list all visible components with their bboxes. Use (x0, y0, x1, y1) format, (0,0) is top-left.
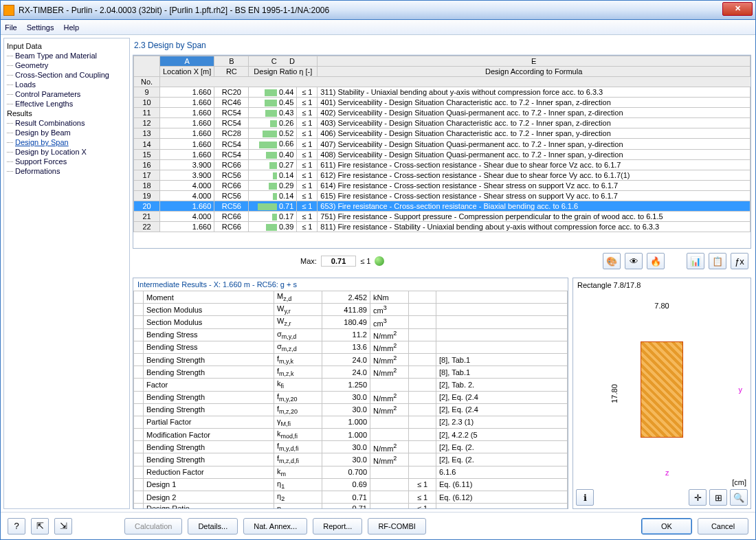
inter-row[interactable]: Partial FactorγM,fi1.000[2], 2.3 (1) (134, 416, 568, 428)
inter-row[interactable]: MomentMz,d2.452kNm (134, 291, 568, 304)
table-row[interactable]: 91.660RC20 0.44≤ 1311) Stability - Uniax… (134, 87, 751, 98)
menu-settings[interactable]: Settings (27, 23, 54, 32)
help-button[interactable]: ? (8, 518, 25, 535)
tree-item[interactable]: Geometry (5, 60, 128, 70)
col-b[interactable]: B (214, 56, 249, 67)
inter-row[interactable]: Design 1η10.69≤ 1Eq. (6.11) (134, 478, 568, 491)
table-row[interactable]: 184.000RC66 0.29≤ 1614) Fire resistance … (134, 180, 751, 190)
col-a[interactable]: A (160, 56, 214, 67)
inter-row[interactable]: Bending Strengthfm,y,2030.0N/mm2[2], Eq.… (134, 391, 568, 403)
table-row[interactable]: 221.660RC66 0.39≤ 1811) Fire resistance … (134, 222, 751, 232)
export-button-1[interactable]: ⇱ (31, 518, 49, 535)
ok-button[interactable]: OK (641, 518, 692, 535)
details-button[interactable]: Details... (188, 518, 238, 535)
inter-row[interactable]: Bending Strengthfm,z,d,fi30.0N/mm2[2], E… (134, 453, 568, 466)
tree-item[interactable]: Result Combinations (5, 118, 128, 128)
inter-row[interactable]: Bending Stressσm,z,d13.6N/mm2 (134, 341, 568, 353)
inter-row[interactable]: Bending Strengthfm,z,2030.0N/mm2[2], Eq.… (134, 403, 568, 416)
tree-item[interactable]: Effective Lengths (5, 99, 128, 109)
tree-item[interactable]: Deformations (5, 166, 128, 176)
cross-section-rect (641, 341, 683, 438)
tree-item[interactable]: Cross-Section and Coupling (5, 70, 128, 80)
titlebar: RX-TIMBER - Purlin - 2.04.0003 (32bit) -… (1, 1, 755, 20)
inter-row[interactable]: Section ModulusWz,r180.49cm3 (134, 316, 568, 328)
inter-row[interactable]: Factorkfi1.250[2], Tab. 2. (134, 379, 568, 391)
close-button[interactable]: ✕ (722, 2, 753, 16)
view-button-2[interactable]: 📋 (709, 253, 726, 269)
inter-row[interactable]: Design 2η20.71≤ 1Eq. (6.12) (134, 491, 568, 504)
table-row[interactable]: 214.000RC66 0.17≤ 1751) Fire resistance … (134, 212, 751, 222)
tree-item[interactable]: Design by Location X (5, 147, 128, 157)
inter-row[interactable]: Bending Strengthfm,y,d,fi30.0N/mm2[2], E… (134, 441, 568, 453)
intermediate-results: Intermediate Results - X: 1.660 m - RC56… (133, 278, 568, 509)
tree-item[interactable]: Design by Span (5, 137, 128, 147)
nat-annex-button[interactable]: Nat. Annex... (243, 518, 307, 535)
filter-button-2[interactable]: 👁 (625, 253, 643, 269)
inter-row[interactable]: Reduction Factorkm0.7006.1.6 (134, 466, 568, 478)
calculation-button[interactable]: Calculation (124, 518, 182, 535)
menu-help[interactable]: Help (63, 23, 79, 32)
tree-item[interactable]: Loads (5, 80, 128, 89)
tree-item[interactable]: Support Forces (5, 157, 128, 166)
window-title: RX-TIMBER - Purlin - 2.04.0003 (32bit) -… (19, 5, 722, 15)
axes-button[interactable]: ✛ (689, 489, 707, 506)
info-button[interactable]: ℹ (576, 489, 594, 506)
table-row[interactable]: 121.660RC54 0.26≤ 1403) Serviceability -… (134, 118, 751, 128)
check-ok-icon (375, 256, 384, 266)
inter-row[interactable]: Section ModulusWy,r411.89cm3 (134, 304, 568, 316)
table-row[interactable]: 173.900RC56 0.14≤ 1612) Fire resistance … (134, 170, 751, 180)
filter-button-1[interactable]: 🎨 (603, 253, 621, 269)
col-e[interactable]: E (318, 56, 751, 67)
tree-item[interactable]: Beam Type and Material (5, 51, 128, 60)
inter-row[interactable]: Bending Strengthfm,z,k24.0N/mm2[8], Tab.… (134, 366, 568, 379)
menu-file[interactable]: File (5, 23, 17, 32)
panel-title: 2.3 Design by Span (133, 38, 751, 55)
tree-item[interactable]: Control Parameters (5, 89, 128, 99)
inter-row[interactable]: Bending Strengthfm,y,k24.0N/mm2[8], Tab.… (134, 353, 568, 365)
zoom-button[interactable]: 🔍 (730, 489, 748, 506)
tree-results[interactable]: Results (5, 109, 128, 118)
table-row[interactable]: 131.660RC28 0.52≤ 1406) Serviceability -… (134, 128, 751, 139)
report-button[interactable]: Report... (313, 518, 362, 535)
export-button-2[interactable]: ⇲ (54, 518, 72, 535)
table-row[interactable]: 111.660RC54 0.43≤ 1402) Serviceability -… (134, 108, 751, 118)
menubar: File Settings Help (1, 20, 755, 35)
y-axis-label: y (739, 385, 743, 394)
tree-item[interactable]: Design by Beam (5, 128, 128, 137)
cancel-button[interactable]: Cancel (698, 518, 748, 535)
rf-combi-button[interactable]: RF-COMBI (368, 518, 425, 535)
inter-row[interactable]: Modification Factorkmod,fi1.000[2], 4.2.… (134, 429, 568, 441)
view-button-3[interactable]: ƒx (731, 253, 748, 269)
z-axis-label: z (665, 469, 669, 477)
table-row[interactable]: 101.660RC46 0.45≤ 1401) Serviceability -… (134, 98, 751, 108)
inter-row[interactable]: Bending Stressσm,y,d11.2N/mm2 (134, 328, 568, 341)
tree-input-data[interactable]: Input Data (5, 41, 128, 51)
max-value: 0.71 (321, 256, 356, 267)
dim-button[interactable]: ⊞ (709, 489, 727, 506)
section-diagram: Rectangle 7.8/17.8 7.80 17.80 y z [cm] ℹ… (572, 278, 751, 509)
table-row[interactable]: 163.900RC66 0.27≤ 1611) Fire resistance … (134, 159, 751, 170)
view-button-1[interactable]: 📊 (687, 253, 704, 269)
table-row[interactable]: 141.660RC54 0.66≤ 1407) Serviceability -… (134, 139, 751, 149)
max-row: Max: 0.71 ≤ 1 🎨 👁 🔥 📊 📋 ƒx (133, 249, 751, 273)
button-bar: ? ⇱ ⇲ Calculation Details... Nat. Annex.… (1, 512, 755, 539)
table-row[interactable]: 194.000RC56 0.14≤ 1615) Fire resistance … (134, 190, 751, 201)
app-icon (3, 5, 14, 16)
table-row[interactable]: 201.660RC56 0.71≤ 1653) Fire resistance … (134, 201, 751, 212)
nav-tree: Input Data Beam Type and MaterialGeometr… (3, 38, 130, 509)
filter-button-3[interactable]: 🔥 (647, 253, 665, 269)
table-row[interactable]: 151.660RC54 0.40≤ 1408) Serviceability -… (134, 149, 751, 159)
design-grid[interactable]: A B C D E Location X [m] RC Design Ratio… (133, 55, 751, 249)
inter-row[interactable]: Design Ratioη0.71≤ 1 (134, 504, 568, 508)
